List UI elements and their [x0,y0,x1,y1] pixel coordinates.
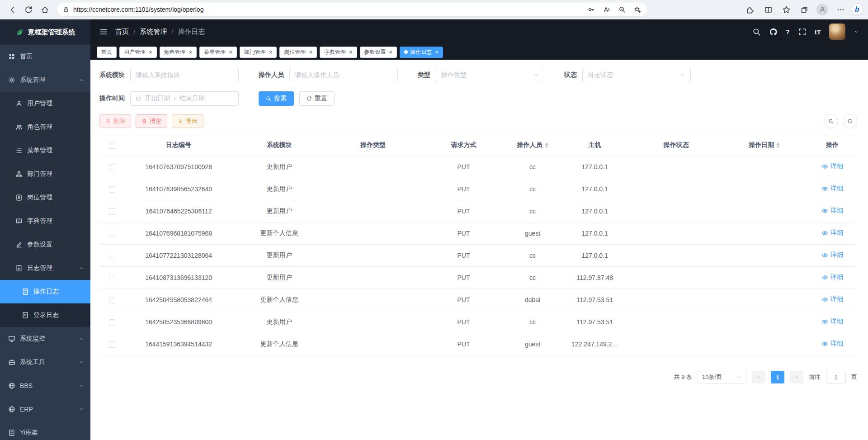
tab-dict[interactable]: 字典管理× [320,47,357,58]
row-checkbox[interactable] [109,297,115,303]
type-select[interactable]: 操作类型 [436,68,544,82]
table-row[interactable]: 1641087313696133120更新用户PUTcc112.97.87.48… [99,267,857,289]
table-row[interactable]: 1642505235366809600更新用户PUTcc112.97.53.51… [99,311,857,333]
collections-button[interactable] [797,2,812,17]
operator-input[interactable] [295,71,392,79]
page-size-select[interactable]: 10条/页 [698,371,746,383]
select-all-checkbox[interactable] [109,142,115,149]
url-text[interactable]: https://ccnetcore.com:1101/system/log/op… [73,6,203,13]
tab-home[interactable]: 首页 [97,47,117,58]
row-checkbox[interactable] [109,208,115,215]
favorites-button[interactable] [778,2,794,17]
row-checkbox[interactable] [109,341,115,348]
zoom-button[interactable] [615,4,629,15]
export-button[interactable]: 导出 [172,114,203,128]
table-row[interactable]: 1644159136394514432更新个人信息PUTguest122.247… [99,333,857,355]
row-checkbox[interactable] [109,253,115,259]
sidebar-item-erp[interactable]: ERP [0,397,90,421]
browser-back-button[interactable] [5,2,20,17]
address-bar[interactable]: https://ccnetcore.com:1101/system/log/op… [57,3,647,16]
tab-close-icon[interactable]: × [269,49,273,55]
bing-copilot-button[interactable]: b [851,3,863,16]
detail-link[interactable]: 详细 [821,229,843,237]
user-avatar[interactable] [829,24,845,40]
tab-post[interactable]: 岗位管理× [279,47,317,58]
tab-close-icon[interactable]: × [309,49,312,55]
tab-param[interactable]: 参数设置× [360,47,397,58]
row-checkbox[interactable] [109,186,115,193]
detail-link[interactable]: 详细 [821,185,843,193]
browser-menu-button[interactable] [833,2,848,17]
read-aloud-button[interactable] [600,4,613,15]
table-row[interactable]: 1641076398565232640更新用户PUTcc127.0.0.1详细 [99,178,857,200]
browser-profile-button[interactable] [815,2,830,17]
tab-user[interactable]: 用户管理× [119,47,157,58]
password-key-button[interactable] [585,4,598,15]
row-checkbox[interactable] [109,231,115,237]
end-date-placeholder[interactable]: 结束日期 [179,95,205,103]
sidebar-item-bbs[interactable]: BBS [0,374,90,397]
tab-close-icon[interactable]: × [435,49,439,55]
table-row[interactable]: 1641076465225306112更新用户PUTcc127.0.0.1详细 [99,200,857,222]
breadcrumb-item[interactable]: 系统管理 [140,28,167,36]
row-checkbox[interactable] [109,164,115,170]
next-page-button[interactable] [790,371,803,383]
goto-page-input[interactable] [826,371,846,383]
collapse-sidebar-button[interactable] [99,28,108,36]
breadcrumb-item[interactable]: 首页 [115,28,129,36]
date-range-picker[interactable]: 开始日期 - 结束日期 [130,91,239,106]
tab-dept[interactable]: 部门管理× [240,47,277,58]
sidebar-item-monitor[interactable]: 系统监控 [0,327,90,350]
sidebar-item-dict[interactable]: 字典管理 [0,209,90,233]
help-button[interactable]: ? [786,28,790,36]
sidebar-item-tool[interactable]: 系统工具 [0,350,90,374]
start-date-placeholder[interactable]: 开始日期 [145,95,170,103]
sidebar-item-operlog[interactable]: 操作日志 [0,280,90,303]
browser-refresh-button[interactable] [21,2,36,17]
browser-home-button[interactable] [37,2,52,17]
prev-page-button[interactable] [752,371,765,383]
sidebar-item-menu[interactable]: 菜单管理 [0,139,90,162]
column-header-date[interactable]: 操作日期 [722,134,807,156]
sidebar-item-loginlog[interactable]: 登录日志 [0,303,90,327]
sidebar-item-dept[interactable]: 部门管理 [0,162,90,186]
sidebar-item-home[interactable]: 首页 [0,45,90,68]
row-checkbox[interactable] [109,319,115,326]
row-checkbox[interactable] [109,275,115,281]
fullscreen-button[interactable] [798,28,807,36]
sidebar-item-user[interactable]: 用户管理 [0,92,90,115]
sort-carets[interactable] [545,142,548,148]
tab-operlog[interactable]: 操作日志× [400,47,443,58]
delete-button[interactable]: 删除 [99,114,131,128]
column-header-operator[interactable]: 操作人员 [507,134,559,156]
detail-link[interactable]: 详细 [821,317,843,326]
add-favorite-button[interactable] [631,4,644,15]
chevron-down-icon[interactable] [854,29,859,34]
toggle-search-button[interactable] [824,114,838,128]
table-row[interactable]: 1641076968181075968更新个人信息PUTguest127.0.0… [99,222,857,245]
table-row[interactable]: 1642504558053822464更新个人信息PUTdabai112.97.… [99,289,857,311]
tab-close-icon[interactable]: × [229,49,232,55]
sidebar-item-param[interactable]: 参数设置 [0,233,90,256]
status-select[interactable]: 日志状态 [582,68,691,82]
split-screen-button[interactable] [760,2,776,17]
sort-carets[interactable] [776,142,780,148]
table-row[interactable]: 1641076370975100928更新用户PUTcc127.0.0.1详细 [99,156,857,178]
detail-link[interactable]: 详细 [821,340,843,348]
clear-button[interactable]: 清空 [136,114,167,128]
github-link[interactable] [769,28,778,36]
tab-close-icon[interactable]: × [189,49,193,55]
reset-button[interactable]: 重置 [299,91,335,106]
detail-link[interactable]: 详细 [821,207,843,215]
sidebar-item-log[interactable]: 日志管理 [0,256,90,280]
tab-role[interactable]: 角色管理× [160,47,197,58]
tab-close-icon[interactable]: × [349,49,353,55]
breadcrumb-item[interactable]: 操作日志 [178,28,205,36]
sidebar-item-role[interactable]: 角色管理 [0,115,90,139]
sidebar-item-yi[interactable]: Yi框架 [0,421,90,440]
module-input[interactable] [136,71,233,79]
page-number-button[interactable]: 1 [771,371,784,383]
detail-link[interactable]: 详细 [821,251,843,259]
font-size-button[interactable]: tT [815,28,821,36]
table-row[interactable]: 1641077221303128064更新用户PUTcc127.0.0.1详细 [99,245,857,267]
